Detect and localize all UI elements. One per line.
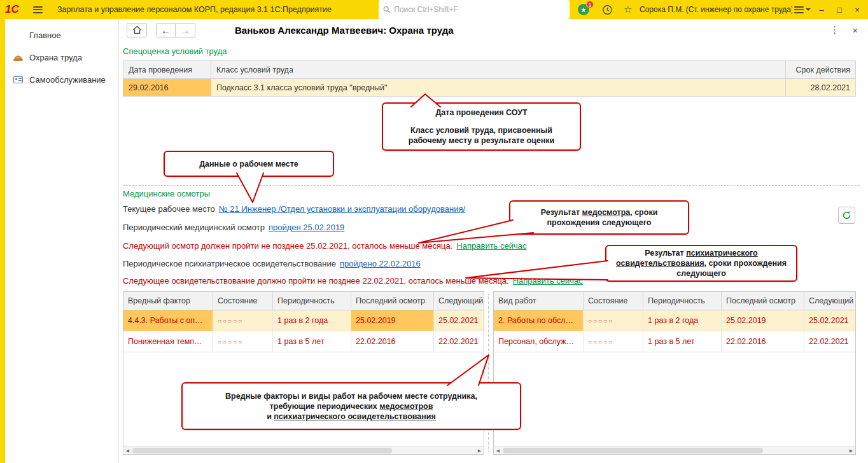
notification-icon: ★ 1 [578,4,589,15]
column-header[interactable]: Последний осмотр [722,292,804,310]
column-header[interactable]: Состояние [213,292,273,310]
works-header-row: Вид работ Состояние Периодичность Послед… [494,292,855,310]
table-row[interactable]: Персонал, обслуж… ○○○○○ 1 раз в 5 лет 22… [494,331,855,352]
column-header[interactable]: Срок действия [786,61,856,79]
h-scrollbar[interactable]: ◀ ▶ [494,446,855,454]
column-header[interactable]: Состояние [584,292,643,310]
last-exam-cell: 22.02.2016 [351,331,434,352]
send-exam-link[interactable]: Направить сейчас [456,241,526,251]
last-exam-cell: 22.02.2016 [722,331,804,352]
factors-header-row: Вредный фактор Состояние Периодичность П… [123,292,484,310]
scroll-right-icon[interactable]: ▶ [475,446,484,455]
period-cell: 1 раз в 5 лет [643,331,722,352]
callout-text: и психиатрического освидетельствования [267,411,436,422]
workplace-link[interactable]: № 21 Инженер /Отдел установки и эксплуат… [219,204,465,214]
favorites-button[interactable]: ☆ [624,0,632,19]
close-form-button[interactable]: × [852,25,858,36]
last-exam-cell: 25.02.2019 [722,310,804,331]
more-menu-button[interactable]: ⋮ [830,24,839,36]
callout-exam: Результат медосмотра, сроки прохождения … [509,200,689,235]
form-toolbar: ← → Ваньков Александр Матвеевич: Охрана … [120,19,868,41]
sidebar-item-ohrana-truda[interactable]: Охрана труда [5,46,118,69]
section-title-sout: Спецоценка условий труда [123,46,227,56]
main-menu-button[interactable] [33,0,43,19]
scroll-right-icon[interactable]: ▶ [847,446,855,455]
column-header[interactable]: Периодичность [273,292,351,310]
sidebar-item-label: Главное [29,31,61,40]
sout-header-row: Дата проведения Класс условий труда Срок… [123,61,856,79]
state-cell: ○○○○○ [213,310,273,331]
menu-icon [13,30,24,41]
1c-logo: 1С [5,0,19,19]
notification-badge: 1 [586,1,594,8]
callout-text: рабочему месту в результате оценки [409,135,554,146]
state-dots-icon: ○○○○○ [218,338,243,345]
h-scrollbar[interactable]: ◀ ▶ [123,446,484,454]
home-button[interactable] [127,23,147,38]
workplace-label: Текущее рабочее место [123,204,215,214]
search-input[interactable] [394,5,565,14]
table-row[interactable]: 4.4.3. Работы с оп… ○○○○○ 1 раз в 2 года… [123,310,484,331]
next-exam-cell: 25.02.2021 [804,310,855,331]
minimize-button[interactable]: – [816,0,827,19]
search-icon [383,6,390,13]
state-dots-icon: ○○○○○ [588,338,613,345]
callout-text: Результат медосмотра, сроки [541,207,658,218]
scrollbar-thumb[interactable] [132,448,392,453]
sidebar-item-label: Самообслуживание [29,75,106,85]
table-row[interactable]: Пониженная темп… ○○○○○ 1 раз в 5 лет 22.… [123,331,484,352]
chevron-down-icon [806,8,811,11]
psych-result-link[interactable]: пройдено 22.02.2016 [340,259,421,268]
state-cell: ○○○○○ [584,310,643,331]
history-button[interactable] [602,0,613,19]
forward-button[interactable]: → [176,23,195,38]
badge-card-icon [13,74,24,85]
back-button[interactable]: ← [156,23,176,38]
column-header[interactable]: Следующий [434,292,484,310]
callout-text: Результат психиатрического [645,248,758,258]
column-header[interactable]: Следующий [804,292,855,310]
table-row[interactable]: 2. Работы по обсл… ○○○○○ 1 раз в 2 года … [494,310,855,331]
panels-menu-button[interactable] [794,0,811,19]
exam-label: Периодический медицинский осмотр [123,223,265,232]
page-title: Ваньков Александр Матвеевич: Охрана труд… [235,25,454,36]
exam-result-link[interactable]: пройден 25.02.2019 [269,223,344,232]
column-header[interactable]: Периодичность [643,292,722,310]
state-cell: ○○○○○ [584,331,643,352]
callout-tables: Вредные факторы и виды работ на рабочем … [181,382,521,430]
column-header[interactable]: Класс условий труда [211,61,786,79]
column-header[interactable]: Вид работ [494,292,584,310]
global-search[interactable] [379,0,570,19]
work-name-cell: 2. Работы по обсл… [494,310,584,331]
column-header[interactable]: Последний осмотр [351,292,434,310]
refresh-icon [842,211,851,220]
callout-psych: Результат психиатрического освидетельств… [605,245,797,282]
sidebar-item-main[interactable]: Главное [5,24,118,46]
notifications-button[interactable]: ★ 1 [578,0,589,19]
period-cell: 1 раз в 2 года [643,310,722,331]
factor-name-cell: 4.4.3. Работы с оп… [123,310,213,331]
send-psych-link[interactable]: Направить сейчас [513,276,583,286]
callout-text: Дата проведения СОУТ [435,107,527,118]
psych-label: Периодическое психиатрическое освидетель… [123,259,336,268]
callout-text: Вредные факторы и виды работ на рабочем … [225,391,477,401]
maximize-button[interactable]: □ [834,0,845,19]
scroll-left-icon[interactable]: ◀ [494,446,502,455]
psych-warning: Следующее освидетельствование должно про… [123,276,509,286]
panel-list-icon [794,6,804,13]
left-accent-strip [0,19,5,463]
sout-row[interactable]: 29.02.2016 Подкласс 3.1 класса условий т… [123,79,856,97]
clock-icon [602,4,613,15]
scroll-left-icon[interactable]: ◀ [123,446,132,455]
close-window-button[interactable]: × [851,0,863,19]
column-header[interactable]: Вредный фактор [123,292,213,310]
user-menu[interactable]: Сорока П.М. (Ст. инженер по охране труда… [640,0,792,19]
home-icon [132,25,142,34]
refresh-button[interactable] [838,207,855,224]
sout-class-cell: Подкласс 3.1 класса условий труда "вредн… [211,79,786,97]
scrollbar-thumb[interactable] [503,448,763,453]
sidebar-item-selfservice[interactable]: Самообслуживание [5,69,118,91]
callout-text: требующие периодических медосмотров [270,401,433,411]
column-header[interactable]: Дата проведения [123,61,211,79]
callout-sout: Дата проведения СОУТ Класс условий труда… [382,102,581,151]
